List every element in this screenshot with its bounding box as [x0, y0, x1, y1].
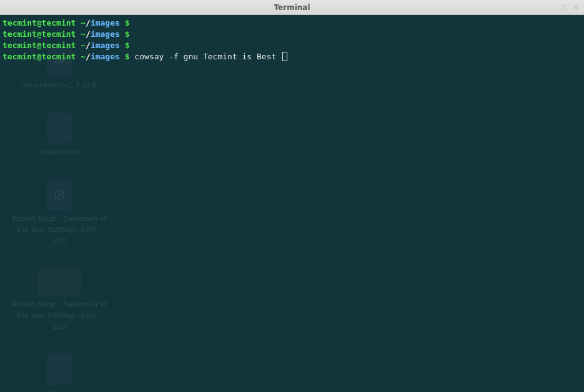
prompt-line: tecmint@tecmint ~/images $	[2, 40, 582, 51]
prompt-dir: images	[91, 18, 120, 27]
desktop-icon: Rocket Singh - Salesman of the Year DVDR…	[9, 269, 109, 333]
terminal-body[interactable]: ZIP smartwebsite1.3 v2.0 images.html Roc…	[0, 15, 584, 392]
prompt-user-host: tecmint@tecmint	[2, 41, 76, 50]
prompt-tilde: ~	[81, 29, 86, 39]
prompt-line: tecmint@tecmint ~/images $	[2, 17, 582, 29]
prompt-symbol: $	[125, 29, 130, 39]
prompt-slash: /	[86, 18, 91, 27]
prompt-symbol: $	[125, 52, 130, 61]
prompt-user-host: tecmint@tecmint	[2, 18, 76, 27]
desktop-icon-label: Rocket Singh - Salesman of the Year DVDR…	[9, 213, 109, 247]
thumbnail-icon	[37, 269, 81, 295]
desktop-icon-label: file.txt	[48, 388, 70, 392]
desktop-icon-label: Rocket Singh - Salesman of the Year DVDR…	[9, 299, 109, 333]
desktop-icon-label: smartwebsite1.3 v2.0	[22, 80, 97, 91]
prompt-dir: images	[91, 29, 120, 39]
file-icon	[47, 113, 72, 143]
desktop-icon: file.txt	[9, 355, 109, 392]
desktop-icon: images.html	[9, 113, 109, 158]
prompt-tilde: ~	[81, 18, 86, 27]
prompt-slash: /	[86, 52, 91, 61]
prompt-line: tecmint@tecmint ~/images $ cowsay -f gnu…	[2, 51, 582, 62]
terminal-content: tecmint@tecmint ~/images $ tecmint@tecmi…	[2, 17, 582, 62]
maximize-button[interactable]	[558, 3, 567, 12]
video-icon	[47, 180, 72, 210]
prompt-line: tecmint@tecmint ~/images $	[2, 29, 582, 40]
desktop-icon-label: images.html	[38, 147, 81, 158]
file-icon	[47, 355, 72, 385]
desktop-icons-ghost: ZIP smartwebsite1.3 v2.0 images.html Roc…	[6, 46, 112, 392]
prompt-user-host: tecmint@tecmint	[2, 29, 76, 39]
prompt-dir: images	[91, 52, 120, 61]
window-controls	[544, 0, 580, 15]
minimize-button[interactable]	[544, 3, 553, 12]
terminal-window: Terminal ZIP smartwebsite1.3 v2.0 images…	[0, 0, 584, 392]
prompt-symbol: $	[125, 41, 130, 50]
desktop-icon: Rocket Singh - Salesman of the Year DVDR…	[9, 180, 109, 247]
titlebar[interactable]: Terminal	[0, 0, 584, 15]
cursor	[282, 52, 287, 61]
close-button[interactable]	[572, 3, 580, 12]
prompt-user-host: tecmint@tecmint	[2, 52, 76, 61]
command-text: cowsay -f gnu Tecmint is Best	[134, 52, 281, 61]
prompt-symbol: $	[125, 18, 130, 27]
prompt-tilde: ~	[81, 52, 86, 61]
prompt-dir: images	[91, 41, 120, 50]
prompt-slash: /	[86, 29, 91, 39]
window-title: Terminal	[274, 3, 310, 12]
prompt-slash: /	[86, 41, 91, 50]
prompt-tilde: ~	[81, 41, 86, 50]
